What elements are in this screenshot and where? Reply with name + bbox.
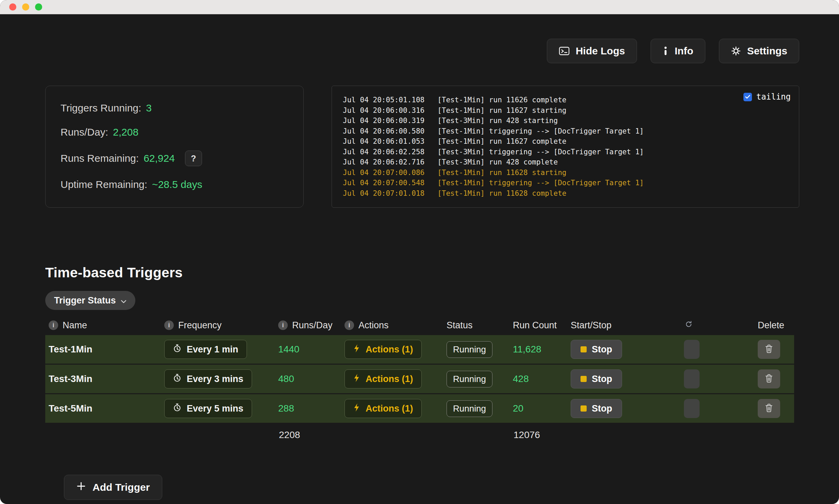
info-icon: i: [278, 320, 288, 330]
stats-panel: Triggers Running: 3 Runs/Day: 2,208 Runs…: [45, 86, 304, 208]
trash-icon: [765, 374, 773, 384]
stat-value: ~28.5 days: [152, 179, 202, 190]
log-output[interactable]: Jul 04 20:05:01.108 [Test-1Min] run 1162…: [343, 95, 788, 198]
col-header-name: i Name: [45, 320, 161, 331]
run-count-value: 428: [509, 373, 567, 384]
top-row: Triggers Running: 3 Runs/Day: 2,208 Runs…: [45, 86, 799, 208]
chevron-down-icon: [121, 295, 127, 306]
total-runs-per-day: 2208: [275, 430, 341, 440]
lightning-icon: [353, 373, 360, 385]
delete-button[interactable]: [758, 369, 780, 388]
log-line: Jul 04 20:07:00.548 [Test-1Min] triggeri…: [343, 178, 788, 188]
total-run-count: 12076: [509, 430, 567, 440]
stat-value: 62,924: [144, 153, 175, 164]
refresh-button[interactable]: [684, 399, 700, 418]
info-icon: i: [49, 320, 58, 330]
stat-label: Runs Remaining:: [61, 153, 139, 164]
log-line: Jul 04 20:06:00.316 [Test-1Min] run 1162…: [343, 105, 788, 116]
table-body: Test-1Min Every 1 min: [45, 335, 794, 423]
settings-label: Settings: [747, 45, 787, 57]
info-icon: i: [345, 320, 354, 330]
terminal-icon: [559, 46, 570, 56]
log-line: Jul 04 20:06:00.580 [Test-1Min] triggeri…: [343, 126, 788, 137]
run-count-value: 20: [509, 403, 567, 414]
stop-button[interactable]: Stop: [571, 369, 622, 388]
log-line: Jul 04 20:06:02.716 [Test-3Min] run 428 …: [343, 157, 788, 168]
runs-per-day-value: 288: [275, 403, 341, 414]
toolbar: Hide Logs Info: [0, 14, 839, 63]
zoom-window-button[interactable]: [35, 3, 42, 11]
stop-icon: [581, 405, 587, 412]
hide-logs-label: Hide Logs: [576, 45, 625, 57]
trigger-status-filter[interactable]: Trigger Status: [45, 291, 135, 310]
tailing-label: tailing: [756, 92, 791, 102]
stat-value: 2,208: [113, 126, 138, 138]
stat-uptime-remaining: Uptime Remaining: ~28.5 days: [61, 179, 288, 190]
info-button[interactable]: Info: [651, 39, 705, 63]
delete-button[interactable]: [758, 340, 780, 359]
col-header-delete: Delete: [754, 320, 793, 331]
stat-runs-remaining: Runs Remaining: 62,924 ?: [61, 151, 288, 166]
close-window-button[interactable]: [9, 3, 16, 11]
log-line: Jul 04 20:05:01.108 [Test-1Min] run 1162…: [343, 95, 788, 105]
delete-button[interactable]: [758, 399, 780, 418]
stop-icon: [581, 376, 587, 382]
stat-triggers-running: Triggers Running: 3: [61, 102, 288, 114]
col-header-actions: i Actions: [341, 320, 443, 331]
stat-runs-per-day: Runs/Day: 2,208: [61, 126, 288, 138]
table-header: i Name i Frequency i Runs/Day i Actions …: [45, 315, 794, 335]
tailing-checkbox[interactable]: tailing: [743, 92, 791, 102]
clock-icon: [173, 403, 182, 414]
titlebar: [0, 0, 839, 14]
minimize-window-button[interactable]: [22, 3, 29, 11]
plus-icon: [77, 482, 86, 493]
stop-button[interactable]: Stop: [571, 340, 622, 359]
log-line: Jul 04 20:06:01.053 [Test-1Min] run 1162…: [343, 136, 788, 147]
frequency-button[interactable]: Every 1 min: [164, 340, 247, 359]
col-header-run-count: Run Count: [509, 320, 567, 331]
settings-button[interactable]: Settings: [719, 39, 799, 63]
checkbox-checked-icon: [743, 93, 752, 101]
log-line: Jul 04 20:07:01.018 [Test-1Min] run 1162…: [343, 188, 788, 199]
section-title: Time-based Triggers: [45, 265, 839, 281]
log-panel: tailing Jul 04 20:05:01.108 [Test-1Min] …: [332, 86, 799, 208]
app-window: Hide Logs Info: [0, 0, 839, 504]
refresh-button[interactable]: [684, 340, 700, 359]
hide-logs-button[interactable]: Hide Logs: [547, 39, 637, 63]
info-icon: i: [164, 320, 174, 330]
col-header-refresh: [674, 320, 754, 331]
status-badge: Running: [447, 400, 492, 417]
col-header-start-stop: Start/Stop: [567, 320, 674, 331]
help-button[interactable]: ?: [185, 151, 202, 166]
log-line: Jul 04 20:06:02.258 [Test-3Min] triggeri…: [343, 147, 788, 157]
actions-button[interactable]: Actions (1): [345, 340, 422, 359]
stop-button[interactable]: Stop: [571, 399, 622, 418]
gear-icon: [731, 46, 741, 56]
clock-icon: [173, 344, 182, 355]
trigger-row: Test-5Min Every 5 mins: [45, 394, 794, 423]
stop-icon: [581, 346, 587, 352]
stat-label: Triggers Running:: [61, 102, 141, 114]
trigger-name: Test-5Min: [45, 403, 161, 414]
stat-label: Uptime Remaining:: [61, 179, 147, 190]
info-label: Info: [675, 45, 693, 57]
actions-button[interactable]: Actions (1): [345, 369, 422, 388]
stat-label: Runs/Day:: [61, 126, 108, 138]
col-header-status: Status: [443, 320, 509, 331]
add-trigger-button[interactable]: Add Trigger: [64, 475, 162, 500]
log-line: Jul 04 20:07:00.086 [Test-1Min] run 1162…: [343, 168, 788, 178]
lightning-icon: [353, 403, 360, 415]
trash-icon: [765, 344, 773, 354]
log-line: Jul 04 20:06:00.319 [Test-3Min] run 428 …: [343, 116, 788, 126]
lightning-icon: [353, 344, 360, 355]
trigger-name: Test-3Min: [45, 373, 161, 384]
status-badge: Running: [447, 341, 492, 358]
frequency-button[interactable]: Every 5 mins: [164, 399, 252, 418]
frequency-button[interactable]: Every 3 mins: [164, 369, 252, 388]
refresh-button[interactable]: [684, 369, 700, 388]
actions-button[interactable]: Actions (1): [345, 399, 422, 418]
status-badge: Running: [447, 371, 492, 387]
trigger-status-label: Trigger Status: [54, 295, 116, 306]
add-trigger-label: Add Trigger: [93, 482, 150, 493]
table-footer: 2208 12076: [45, 424, 794, 446]
